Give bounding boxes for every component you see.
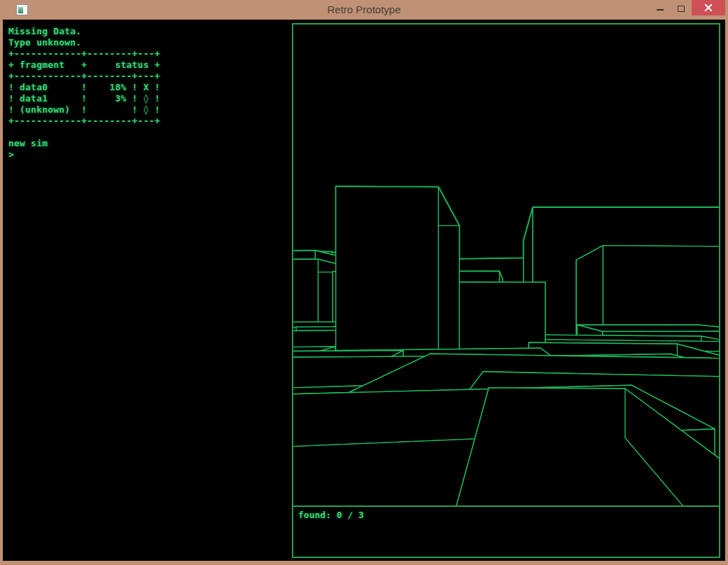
wireframe-viewport[interactable] <box>293 25 719 505</box>
window-title: Retro Prototype <box>0 0 728 20</box>
table-row: ! (unknown) ! ! ◊ ! <box>8 104 160 116</box>
close-button[interactable] <box>692 0 725 15</box>
table-row: ! data1 ! 3% ! ◊ ! <box>8 93 160 104</box>
found-status: found: 0 / 3 <box>298 510 364 521</box>
maximize-button[interactable] <box>671 0 692 15</box>
table-border: +------------+--------+---+ <box>8 116 160 127</box>
viewport-panel: found: 0 / 3 <box>292 23 720 558</box>
wireframe-city-canvas[interactable] <box>293 25 719 505</box>
console-line: Missing Data. <box>8 26 160 37</box>
table-row: ! data0 ! 18% ! X ! <box>8 82 160 93</box>
maximize-icon <box>678 6 685 12</box>
panel-divider <box>293 505 719 507</box>
client-area: Missing Data. Type unknown. +-----------… <box>3 20 725 561</box>
console-blank-line <box>8 127 160 138</box>
titlebar[interactable]: Retro Prototype <box>0 0 728 20</box>
console: Missing Data. Type unknown. +-----------… <box>8 26 160 160</box>
minimize-icon <box>657 9 664 11</box>
console-prompt[interactable]: > <box>8 149 160 160</box>
table-border: +------------+--------+---+ <box>8 71 160 82</box>
app-window: Retro Prototype Missing Data. Type unkno… <box>0 0 728 565</box>
table-header: + fragment + status + <box>8 60 160 71</box>
minimize-button[interactable] <box>650 0 671 15</box>
new-sim-label[interactable]: new sim <box>8 138 160 149</box>
table-border: +------------+--------+---+ <box>8 48 160 60</box>
window-controls <box>650 0 725 15</box>
console-line: Type unknown. <box>8 37 160 48</box>
close-icon <box>704 4 713 12</box>
